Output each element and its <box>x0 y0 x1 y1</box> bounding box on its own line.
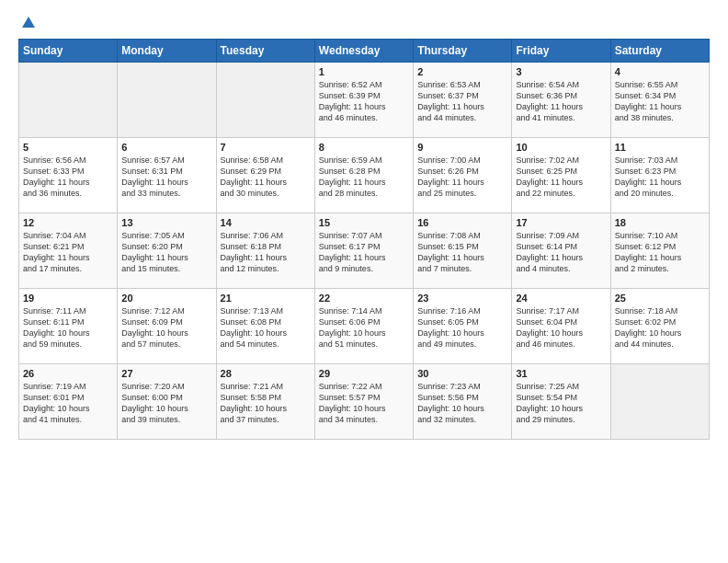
day-number: 14 <box>221 217 311 228</box>
calendar-cell: 13Sunrise: 7:05 AM Sunset: 6:20 PM Dayli… <box>118 213 216 289</box>
calendar-cell: 24Sunrise: 7:17 AM Sunset: 6:04 PM Dayli… <box>512 289 610 364</box>
day-info: Sunrise: 7:07 AM Sunset: 6:17 PM Dayligh… <box>319 230 409 275</box>
calendar-cell: 14Sunrise: 7:06 AM Sunset: 6:18 PM Dayli… <box>216 213 314 289</box>
week-row-2: 12Sunrise: 7:04 AM Sunset: 6:21 PM Dayli… <box>19 213 710 289</box>
day-number: 11 <box>615 142 705 153</box>
header-row: SundayMondayTuesdayWednesdayThursdayFrid… <box>19 40 710 63</box>
day-info: Sunrise: 7:06 AM Sunset: 6:18 PM Dayligh… <box>221 230 311 275</box>
day-info: Sunrise: 6:56 AM Sunset: 6:33 PM Dayligh… <box>23 155 113 200</box>
page: SundayMondayTuesdayWednesdayThursdayFrid… <box>0 0 728 449</box>
header-day-tuesday: Tuesday <box>216 40 314 63</box>
header-day-saturday: Saturday <box>610 40 709 63</box>
logo-icon <box>20 15 37 31</box>
day-number: 9 <box>417 142 507 153</box>
day-info: Sunrise: 7:21 AM Sunset: 5:58 PM Dayligh… <box>221 381 311 426</box>
day-number: 25 <box>615 293 705 304</box>
day-number: 1 <box>319 66 409 77</box>
day-info: Sunrise: 6:58 AM Sunset: 6:29 PM Dayligh… <box>221 155 311 200</box>
day-number: 7 <box>221 142 311 153</box>
week-row-3: 19Sunrise: 7:11 AM Sunset: 6:11 PM Dayli… <box>19 289 710 364</box>
day-info: Sunrise: 6:54 AM Sunset: 6:36 PM Dayligh… <box>516 79 606 124</box>
day-info: Sunrise: 7:17 AM Sunset: 6:04 PM Dayligh… <box>516 305 606 350</box>
day-info: Sunrise: 7:09 AM Sunset: 6:14 PM Dayligh… <box>516 230 606 275</box>
day-number: 6 <box>121 142 211 153</box>
calendar-cell: 22Sunrise: 7:14 AM Sunset: 6:06 PM Dayli… <box>314 289 413 364</box>
calendar-cell: 7Sunrise: 6:58 AM Sunset: 6:29 PM Daylig… <box>216 138 314 213</box>
calendar-cell: 9Sunrise: 7:00 AM Sunset: 6:26 PM Daylig… <box>414 138 512 213</box>
calendar-cell: 10Sunrise: 7:02 AM Sunset: 6:25 PM Dayli… <box>512 138 610 213</box>
day-info: Sunrise: 7:14 AM Sunset: 6:06 PM Dayligh… <box>319 305 409 350</box>
calendar-cell: 16Sunrise: 7:08 AM Sunset: 6:15 PM Dayli… <box>414 213 512 289</box>
calendar-cell: 27Sunrise: 7:20 AM Sunset: 6:00 PM Dayli… <box>118 364 216 440</box>
week-row-1: 5Sunrise: 6:56 AM Sunset: 6:33 PM Daylig… <box>19 138 710 213</box>
day-number: 23 <box>417 293 507 304</box>
calendar-cell: 11Sunrise: 7:03 AM Sunset: 6:23 PM Dayli… <box>610 138 709 213</box>
day-info: Sunrise: 7:02 AM Sunset: 6:25 PM Dayligh… <box>516 155 606 200</box>
day-info: Sunrise: 7:03 AM Sunset: 6:23 PM Dayligh… <box>615 155 705 200</box>
header-day-wednesday: Wednesday <box>314 40 413 63</box>
calendar-cell <box>19 63 118 138</box>
calendar-cell: 12Sunrise: 7:04 AM Sunset: 6:21 PM Dayli… <box>19 213 118 289</box>
day-info: Sunrise: 7:25 AM Sunset: 5:54 PM Dayligh… <box>516 381 606 426</box>
calendar-body: 1Sunrise: 6:52 AM Sunset: 6:39 PM Daylig… <box>19 63 710 440</box>
calendar-cell <box>216 63 314 138</box>
day-info: Sunrise: 7:00 AM Sunset: 6:26 PM Dayligh… <box>417 155 507 200</box>
day-number: 28 <box>221 368 311 379</box>
day-number: 18 <box>615 217 705 228</box>
day-info: Sunrise: 7:10 AM Sunset: 6:12 PM Dayligh… <box>615 230 705 275</box>
calendar-cell <box>118 63 216 138</box>
header-day-friday: Friday <box>512 40 610 63</box>
day-info: Sunrise: 6:53 AM Sunset: 6:37 PM Dayligh… <box>417 79 507 124</box>
day-number: 12 <box>23 217 113 228</box>
day-number: 26 <box>23 368 113 379</box>
header-day-thursday: Thursday <box>414 40 512 63</box>
calendar-cell: 18Sunrise: 7:10 AM Sunset: 6:12 PM Dayli… <box>610 213 709 289</box>
calendar-cell: 26Sunrise: 7:19 AM Sunset: 6:01 PM Dayli… <box>19 364 118 440</box>
calendar-cell: 17Sunrise: 7:09 AM Sunset: 6:14 PM Dayli… <box>512 213 610 289</box>
calendar-table: SundayMondayTuesdayWednesdayThursdayFrid… <box>18 39 710 440</box>
calendar-cell: 4Sunrise: 6:55 AM Sunset: 6:34 PM Daylig… <box>610 63 709 138</box>
day-number: 2 <box>417 66 507 77</box>
calendar-cell: 19Sunrise: 7:11 AM Sunset: 6:11 PM Dayli… <box>19 289 118 364</box>
calendar-cell: 25Sunrise: 7:18 AM Sunset: 6:02 PM Dayli… <box>610 289 709 364</box>
header <box>18 15 710 31</box>
day-info: Sunrise: 7:08 AM Sunset: 6:15 PM Dayligh… <box>417 230 507 275</box>
day-info: Sunrise: 7:23 AM Sunset: 5:56 PM Dayligh… <box>417 381 507 426</box>
day-info: Sunrise: 7:19 AM Sunset: 6:01 PM Dayligh… <box>23 381 113 426</box>
day-number: 20 <box>121 293 211 304</box>
day-info: Sunrise: 6:59 AM Sunset: 6:28 PM Dayligh… <box>319 155 409 200</box>
week-row-4: 26Sunrise: 7:19 AM Sunset: 6:01 PM Dayli… <box>19 364 710 440</box>
calendar-cell: 8Sunrise: 6:59 AM Sunset: 6:28 PM Daylig… <box>314 138 413 213</box>
day-number: 17 <box>516 217 606 228</box>
calendar-cell: 29Sunrise: 7:22 AM Sunset: 5:57 PM Dayli… <box>314 364 413 440</box>
day-info: Sunrise: 7:20 AM Sunset: 6:00 PM Dayligh… <box>121 381 211 426</box>
day-info: Sunrise: 7:16 AM Sunset: 6:05 PM Dayligh… <box>417 305 507 350</box>
day-info: Sunrise: 7:04 AM Sunset: 6:21 PM Dayligh… <box>23 230 113 275</box>
day-info: Sunrise: 6:57 AM Sunset: 6:31 PM Dayligh… <box>121 155 211 200</box>
day-number: 27 <box>121 368 211 379</box>
day-info: Sunrise: 7:22 AM Sunset: 5:57 PM Dayligh… <box>319 381 409 426</box>
calendar-cell: 20Sunrise: 7:12 AM Sunset: 6:09 PM Dayli… <box>118 289 216 364</box>
calendar-header: SundayMondayTuesdayWednesdayThursdayFrid… <box>19 40 710 63</box>
day-number: 24 <box>516 293 606 304</box>
day-info: Sunrise: 6:55 AM Sunset: 6:34 PM Dayligh… <box>615 79 705 124</box>
day-number: 22 <box>319 293 409 304</box>
day-number: 3 <box>516 66 606 77</box>
day-number: 13 <box>121 217 211 228</box>
header-day-monday: Monday <box>118 40 216 63</box>
calendar-cell: 2Sunrise: 6:53 AM Sunset: 6:37 PM Daylig… <box>414 63 512 138</box>
calendar-cell: 30Sunrise: 7:23 AM Sunset: 5:56 PM Dayli… <box>414 364 512 440</box>
day-number: 15 <box>319 217 409 228</box>
day-info: Sunrise: 7:13 AM Sunset: 6:08 PM Dayligh… <box>221 305 311 350</box>
calendar-cell: 31Sunrise: 7:25 AM Sunset: 5:54 PM Dayli… <box>512 364 610 440</box>
day-info: Sunrise: 7:05 AM Sunset: 6:20 PM Dayligh… <box>121 230 211 275</box>
logo <box>18 15 37 31</box>
week-row-0: 1Sunrise: 6:52 AM Sunset: 6:39 PM Daylig… <box>19 63 710 138</box>
day-number: 16 <box>417 217 507 228</box>
calendar-cell <box>610 364 709 440</box>
day-number: 8 <box>319 142 409 153</box>
day-number: 29 <box>319 368 409 379</box>
calendar-cell: 21Sunrise: 7:13 AM Sunset: 6:08 PM Dayli… <box>216 289 314 364</box>
calendar-cell: 3Sunrise: 6:54 AM Sunset: 6:36 PM Daylig… <box>512 63 610 138</box>
calendar-cell: 1Sunrise: 6:52 AM Sunset: 6:39 PM Daylig… <box>314 63 413 138</box>
